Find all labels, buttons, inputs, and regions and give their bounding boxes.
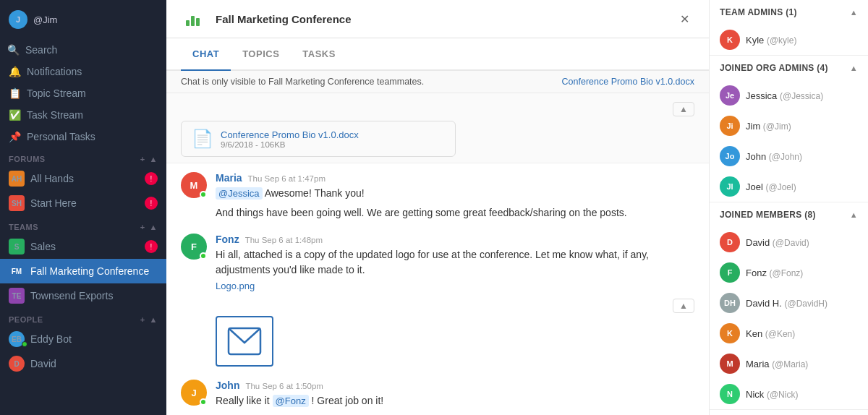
- org-admins-header[interactable]: JOINED ORG ADMINS (4) ▲: [710, 56, 868, 80]
- nick-name: Nick (@Nick): [746, 389, 798, 400]
- sidebar-item-notifications[interactable]: 🔔 Notifications: [0, 61, 166, 82]
- david-panel-avatar: D: [720, 232, 740, 252]
- member-jessica[interactable]: Je Jessica (@Jessica): [710, 80, 868, 111]
- team-admins-header[interactable]: TEAM ADMINS (1) ▲: [710, 0, 868, 25]
- search-button[interactable]: 🔍 Search: [0, 39, 166, 61]
- file-date: 9/6/2018: [221, 140, 253, 149]
- sidebar-people-eddy-bot[interactable]: EB Eddy Bot: [0, 327, 166, 351]
- chat-messages: M Maria Thu Sep 6 at 1:47pm @Jessica Awe…: [166, 163, 709, 415]
- john-panel-name: John (@John): [746, 151, 802, 162]
- sidebar-item-personal-tasks[interactable]: 📌 Personal Tasks: [0, 126, 166, 147]
- jessica-name: Jessica (@Jessica): [746, 90, 823, 101]
- tab-tasks[interactable]: TASKS: [291, 38, 347, 71]
- msg-text-john: Really like it @Fonz ! Great job on it!: [216, 393, 694, 408]
- logo-attachment-link[interactable]: Logo.png: [216, 281, 694, 291]
- close-button[interactable]: ✕: [674, 9, 694, 29]
- collapse-file-button[interactable]: ▲: [673, 102, 694, 116]
- logo-image-preview: ▲: [216, 296, 694, 367]
- member-davidh[interactable]: DH David H. (@DavidH): [710, 288, 868, 318]
- member-nick[interactable]: N Nick (@Nick): [710, 379, 868, 409]
- bell-icon: 🔔: [9, 66, 21, 77]
- msg-content-john: John Thu Sep 6 at 1:50pm Really like it …: [216, 380, 694, 408]
- start-here-badge: !: [145, 197, 158, 210]
- msg-text-maria-1b: And things have been going well. We are …: [216, 205, 694, 221]
- file-name[interactable]: Conference Promo Bio v1.0.docx: [221, 129, 359, 140]
- team-admins-chevron: ▲: [850, 8, 858, 17]
- sidebar-channel-all-hands[interactable]: AH All Hands !: [0, 166, 166, 191]
- user-avatar: J: [9, 10, 27, 29]
- member-maria[interactable]: M Maria (@Maria): [710, 348, 868, 379]
- file-info: Conference Promo Bio v1.0.docx 9/6/2018 …: [221, 129, 359, 149]
- townsend-avatar: TE: [9, 288, 25, 304]
- sidebar-channel-fall-marketing[interactable]: FM Fall Marketing Conference: [0, 259, 166, 283]
- davidh-name: David H. (@DavidH): [746, 298, 827, 309]
- member-joel[interactable]: Jl Joel (@Joel): [710, 171, 868, 202]
- mention-jessica[interactable]: @Jessica: [216, 187, 263, 200]
- start-here-label: Start Here: [30, 197, 77, 209]
- all-hands-label: All Hands: [30, 173, 74, 184]
- maria-panel-name: Maria (@Maria): [746, 359, 808, 369]
- chat-header-title: Fall Marketing Conference: [216, 13, 352, 25]
- member-david[interactable]: D David (@David): [710, 227, 868, 257]
- people-collapse-icon[interactable]: ▲: [150, 315, 158, 324]
- msg-author-john[interactable]: John: [216, 380, 239, 391]
- member-jim[interactable]: Ji Jim (@Jim): [710, 111, 868, 141]
- logo-image: [216, 316, 273, 367]
- info-link[interactable]: Conference Promo Bio v1.0.docx: [562, 77, 694, 87]
- mention-fonz-john[interactable]: @Fonz: [273, 395, 309, 407]
- org-admins-label: JOINED ORG ADMINS (4): [720, 63, 828, 73]
- members-header[interactable]: JOINED MEMBERS (8) ▲: [710, 202, 868, 227]
- fonz-online-dot: [200, 252, 207, 260]
- john-panel-avatar: Jo: [720, 146, 740, 166]
- sidebar-item-task-stream[interactable]: ✅ Task Stream: [0, 104, 166, 126]
- kyle-avatar: K: [720, 30, 740, 50]
- sidebar-channel-start-here[interactable]: SH Start Here !: [0, 191, 166, 215]
- tab-chat[interactable]: CHAT: [181, 38, 231, 71]
- msg-time-maria-1: Thu Sep 6 at 1:47pm: [248, 174, 326, 183]
- nav-notifications-label: Notifications: [27, 66, 82, 77]
- teams-section-header: TEAMS + ▲: [0, 215, 166, 234]
- townsend-label: Townsend Exports: [30, 290, 113, 301]
- teams-collapse-icon[interactable]: ▲: [150, 223, 158, 231]
- forums-collapse-icon[interactable]: ▲: [150, 155, 158, 163]
- file-attachment: 📄 Conference Promo Bio v1.0.docx 9/6/201…: [181, 121, 456, 157]
- msg-text-maria-1: @Jessica Awesome! Thank you!: [216, 186, 694, 201]
- sidebar: J @Jim 🔍 Search 🔔 Notifications 📋 Topic …: [0, 0, 166, 415]
- members-section: JOINED MEMBERS (8) ▲ D David (@David) F …: [710, 202, 868, 410]
- current-user[interactable]: J @Jim: [9, 6, 158, 33]
- people-add-icon[interactable]: +: [140, 315, 145, 324]
- john-avatar: J: [181, 380, 207, 406]
- joel-name: Joel (@Joel): [746, 181, 796, 192]
- team-admins-section: TEAM ADMINS (1) ▲ K Kyle (@kyle): [710, 0, 868, 56]
- collapse-image-button[interactable]: ▲: [673, 299, 694, 313]
- all-hands-badge: !: [145, 172, 158, 185]
- member-john[interactable]: Jo John (@John): [710, 141, 868, 171]
- org-admins-chevron: ▲: [850, 64, 858, 72]
- teams-add-icon[interactable]: +: [140, 223, 145, 231]
- fall-marketing-avatar: FM: [9, 263, 25, 279]
- sidebar-item-topic-stream[interactable]: 📋 Topic Stream: [0, 82, 166, 104]
- main-content: Fall Marketing Conference ✕ CHAT TOPICS …: [166, 0, 709, 415]
- all-hands-avatar: AH: [9, 171, 25, 187]
- org-admins-section: JOINED ORG ADMINS (4) ▲ Je Jessica (@Jes…: [710, 56, 868, 202]
- docx-icon: 📄: [192, 129, 213, 149]
- sidebar-people-david[interactable]: D David: [0, 351, 166, 376]
- tab-topics[interactable]: TOPICS: [231, 38, 291, 71]
- conference-logo: [181, 7, 204, 30]
- forums-add-icon[interactable]: +: [140, 155, 145, 163]
- fonz-panel-avatar: F: [720, 262, 740, 283]
- sales-avatar: S: [9, 239, 25, 254]
- forums-section-header: FORUMS + ▲: [0, 147, 166, 166]
- msg-author-fonz[interactable]: Fonz: [216, 234, 239, 245]
- jim-avatar: Ji: [720, 116, 740, 136]
- member-ken[interactable]: K Ken (@Ken): [710, 318, 868, 348]
- chat-header: Fall Marketing Conference ✕: [166, 0, 709, 38]
- members-label: JOINED MEMBERS (8): [720, 210, 816, 220]
- msg-time-fonz: Thu Sep 6 at 1:48pm: [245, 236, 323, 244]
- msg-author-maria-1[interactable]: Maria: [216, 172, 242, 184]
- sidebar-channel-sales[interactable]: S Sales !: [0, 234, 166, 259]
- fonz-avatar: F: [181, 234, 207, 260]
- member-kyle[interactable]: K Kyle (@kyle): [710, 25, 868, 55]
- sidebar-channel-townsend[interactable]: TE Townsend Exports: [0, 283, 166, 308]
- member-fonz[interactable]: F Fonz (@Fonz): [710, 257, 868, 288]
